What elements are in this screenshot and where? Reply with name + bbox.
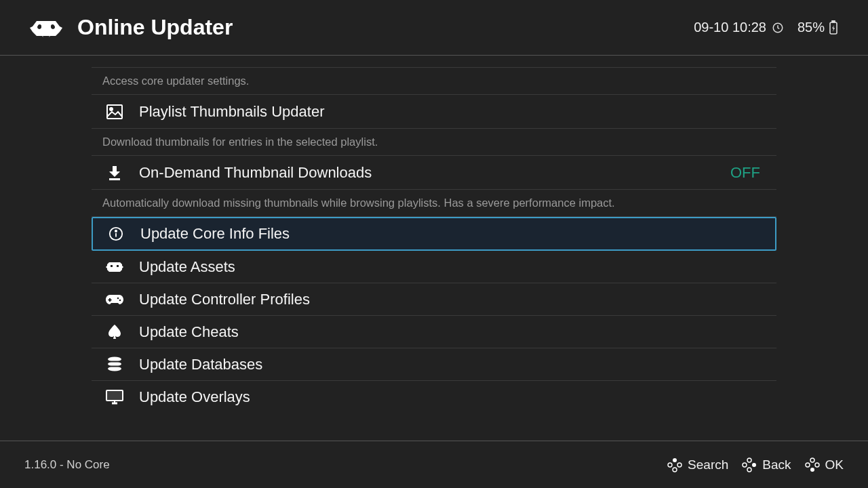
menu-label: On-Demand Thumbnail Downloads xyxy=(139,164,715,182)
svg-rect-1 xyxy=(51,24,54,28)
svg-rect-7 xyxy=(109,178,120,180)
clock-icon xyxy=(772,22,784,34)
svg-rect-0 xyxy=(38,24,41,28)
header-left: Online Updater xyxy=(30,15,233,40)
updater-settings-description: Access core updater settings. xyxy=(92,68,776,95)
svg-point-31 xyxy=(810,458,814,462)
toggle-value: OFF xyxy=(730,164,763,182)
menu-item-update-core-info[interactable]: Update Core Info Files xyxy=(92,217,776,251)
svg-point-16 xyxy=(108,357,121,361)
svg-point-27 xyxy=(747,458,751,462)
monitor-icon xyxy=(105,388,124,406)
svg-point-26 xyxy=(673,468,677,472)
menu-label: Update Assets xyxy=(139,258,763,276)
footer-actions: Search Back OK xyxy=(667,458,844,472)
svg-rect-22 xyxy=(108,392,121,399)
menu-item-on-demand-thumbnails[interactable]: On-Demand Thumbnail Downloads OFF xyxy=(92,156,776,190)
footer-bar: 1.16.0 - No Core Search Back OK xyxy=(0,441,868,488)
dpad-icon xyxy=(805,458,820,472)
svg-rect-10 xyxy=(111,265,113,267)
svg-rect-13 xyxy=(108,299,112,300)
svg-point-15 xyxy=(119,299,121,301)
download-icon xyxy=(105,164,124,182)
dpad-icon xyxy=(667,458,682,472)
invader-icon xyxy=(105,258,124,276)
info-icon xyxy=(106,225,125,243)
svg-point-30 xyxy=(747,468,751,472)
svg-point-28 xyxy=(743,463,747,467)
svg-point-9 xyxy=(115,230,117,232)
dpad-icon xyxy=(742,458,757,472)
menu-label: Update Controller Profiles xyxy=(139,291,763,308)
button-label: Search xyxy=(688,458,728,472)
svg-rect-11 xyxy=(117,265,119,267)
battery-text: 85% xyxy=(797,20,825,35)
svg-point-18 xyxy=(108,366,121,371)
menu-label: Playlist Thumbnails Updater xyxy=(139,103,763,121)
retroarch-logo-icon xyxy=(30,17,62,39)
datetime-text: 09-10 10:28 xyxy=(694,20,766,35)
image-icon xyxy=(105,103,124,121)
battery: 85% xyxy=(797,20,838,35)
datetime: 09-10 10:28 xyxy=(694,20,784,35)
svg-rect-20 xyxy=(107,365,122,367)
version-text: 1.16.0 - No Core xyxy=(24,458,110,472)
svg-point-24 xyxy=(668,463,672,467)
battery-icon xyxy=(829,20,838,35)
svg-point-29 xyxy=(752,463,756,467)
menu-item-update-controller-profiles[interactable]: Update Controller Profiles xyxy=(92,283,776,316)
svg-point-32 xyxy=(806,463,810,467)
on-demand-description: Automatically download missing thumbnail… xyxy=(92,190,776,217)
menu-label: Update Cheats xyxy=(139,323,763,341)
header-bar: Online Updater 09-10 10:28 85% xyxy=(0,0,868,56)
menu-label: Update Overlays xyxy=(139,388,763,406)
ok-button[interactable]: OK xyxy=(805,458,844,472)
menu-label: Update Core Info Files xyxy=(140,225,762,243)
menu-item-update-assets[interactable]: Update Assets xyxy=(92,251,776,283)
back-button[interactable]: Back xyxy=(742,458,791,472)
gamepad-icon xyxy=(105,291,124,308)
search-button[interactable]: Search xyxy=(667,458,728,472)
database-icon xyxy=(105,356,124,373)
menu-item-update-databases[interactable]: Update Databases xyxy=(92,348,776,381)
menu-item-update-cheats[interactable]: Update Cheats xyxy=(92,316,776,348)
svg-rect-4 xyxy=(832,20,835,22)
menu-item-playlist-thumbnails[interactable]: Playlist Thumbnails Updater xyxy=(92,95,776,129)
svg-rect-5 xyxy=(107,105,122,119)
svg-point-6 xyxy=(110,108,113,110)
svg-point-17 xyxy=(108,361,121,366)
svg-rect-19 xyxy=(107,361,122,362)
svg-point-14 xyxy=(117,297,119,299)
page-title: Online Updater xyxy=(77,15,233,40)
menu-label: Update Databases xyxy=(139,356,763,373)
svg-point-34 xyxy=(810,468,814,472)
button-label: OK xyxy=(825,458,844,472)
svg-point-33 xyxy=(815,463,819,467)
menu-list: Access core updater settings. Playlist T… xyxy=(92,56,776,435)
svg-point-25 xyxy=(677,463,682,467)
svg-point-23 xyxy=(673,458,677,462)
menu-item-updater-settings-partial[interactable] xyxy=(92,56,776,68)
button-label: Back xyxy=(762,458,791,472)
header-right: 09-10 10:28 85% xyxy=(694,20,838,35)
spade-icon xyxy=(105,323,124,341)
menu-item-update-overlays[interactable]: Update Overlays xyxy=(92,381,776,413)
playlist-thumbnails-description: Download thumbnails for entries in the s… xyxy=(92,129,776,156)
